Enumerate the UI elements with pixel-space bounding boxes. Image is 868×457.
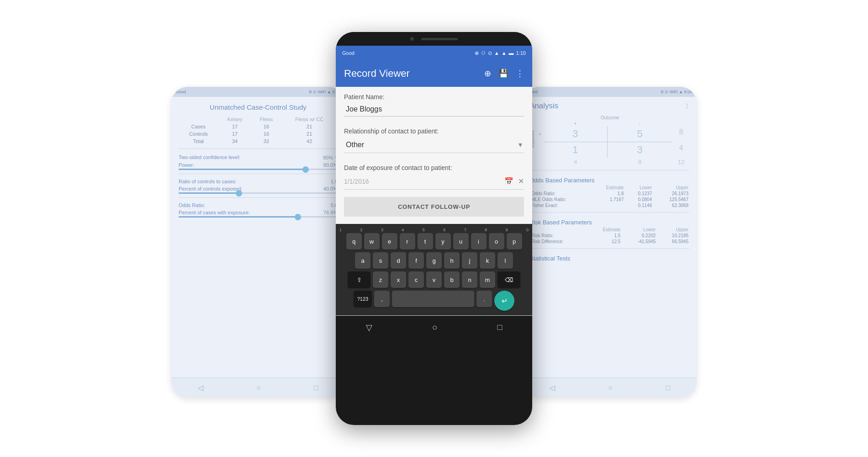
relationship-value: Other <box>346 141 364 149</box>
exposure-plus-label: + <box>539 132 541 137</box>
key-x[interactable]: x <box>391 271 406 288</box>
total-d: 8 <box>608 158 672 166</box>
save-icon[interactable]: 💾 <box>498 69 508 79</box>
patient-name-label: Patient Name: <box>336 87 532 102</box>
recents-btn[interactable]: □ <box>314 384 318 392</box>
center-status-bar: Good ⊕ ⚇ ⊙ ▲ ▲ ▬ 1:10 <box>336 46 532 60</box>
key-numbers[interactable]: ?123 <box>354 291 372 307</box>
key-y[interactable]: y <box>435 233 451 250</box>
calendar-icon[interactable]: 📅 <box>504 177 513 186</box>
key-h[interactable]: h <box>444 252 460 269</box>
key-r[interactable]: r <box>400 233 415 250</box>
plus-header: + <box>543 121 608 126</box>
center-back-btn[interactable]: ▽ <box>366 323 372 333</box>
gps-icon[interactable]: ⊕ <box>484 69 491 79</box>
cell-b: 5 <box>608 126 672 142</box>
bluetooth-icon: ⚇ <box>481 50 486 56</box>
left-phone: Good B ⊙ WiFi ▲ 5:44 Unmatched Case-Cont… <box>171 87 345 398</box>
key-s[interactable]: s <box>373 252 388 269</box>
center-home-btn[interactable]: ○ <box>432 322 438 333</box>
key-period[interactable]: . <box>476 291 492 307</box>
key-m[interactable]: m <box>480 271 495 288</box>
key-a[interactable]: a <box>355 252 370 269</box>
key-d[interactable]: d <box>391 252 406 269</box>
key-t[interactable]: t <box>418 233 433 250</box>
key-b[interactable]: b <box>444 271 460 288</box>
key-u[interactable]: u <box>453 233 469 250</box>
key-c[interactable]: c <box>408 271 424 288</box>
key-q[interactable]: q <box>346 233 362 250</box>
odds-ratio-label: Odds Ratio: <box>179 202 205 208</box>
odds-params-table: Estimate Lower Upper Odds Ratio: 1.8 0.1… <box>523 185 697 208</box>
key-shift[interactable]: ⇧ <box>348 271 370 288</box>
key-g[interactable]: g <box>426 252 442 269</box>
right-phone: Good B ⊙ WiFi ▲ 6:03 Analysis ⋮ Outcome … <box>523 87 697 398</box>
speaker <box>421 38 458 40</box>
dropdown-arrow-icon: ▾ <box>519 140 522 149</box>
key-space[interactable] <box>392 291 474 307</box>
left-app-title: Unmatched Case-Control Study <box>171 97 345 116</box>
date-input[interactable]: 1/1/2016 📅 ✕ <box>344 173 524 190</box>
front-camera <box>410 37 414 41</box>
key-p[interactable]: p <box>507 233 522 250</box>
power-slider[interactable] <box>179 169 338 170</box>
cell-d: 3 <box>608 142 672 158</box>
left-status-good: Good <box>176 90 186 94</box>
right-status-bar: Good B ⊙ WiFi ▲ 6:03 <box>523 87 697 97</box>
keyboard: 1 2 3 4 5 6 7 8 9 0 q w e r t y u i o <box>336 224 532 315</box>
ratio-label: Ratio of controls to cases: <box>179 179 237 184</box>
contingency-grid: Outcome + - Exposure + 3 5 8 1 3 <box>529 115 690 166</box>
center-recents-btn[interactable]: □ <box>498 323 503 332</box>
right-recents-btn[interactable]: □ <box>666 384 670 392</box>
key-k[interactable]: k <box>480 252 495 269</box>
controls-slider[interactable] <box>179 192 338 194</box>
right-status-right: B ⊙ WiFi ▲ 6:03 <box>661 90 692 94</box>
right-more-icon[interactable]: ⋮ <box>684 102 690 110</box>
center-app-title: Record Viewer <box>344 68 479 80</box>
cases-slider[interactable] <box>179 216 338 218</box>
center-app-icons: ⊕ 💾 ⋮ <box>484 69 524 79</box>
phone-top <box>336 32 532 46</box>
left-status-bar: Good B ⊙ WiFi ▲ 5:44 <box>171 87 345 97</box>
right-bottom-nav: ◁ ○ □ <box>523 377 697 398</box>
key-o[interactable]: o <box>489 233 504 250</box>
contact-follow-up-button[interactable]: CONTACT FOLLOW-UP <box>344 197 524 217</box>
more-icon[interactable]: ⋮ <box>516 69 524 79</box>
confidence-label: Two-sided confidence level: <box>179 154 240 160</box>
key-f[interactable]: f <box>408 252 424 269</box>
total-c: 4 <box>543 158 608 166</box>
patient-name-input[interactable]: Joe Bloggs <box>344 102 524 117</box>
clear-date-icon[interactable]: ✕ <box>518 177 524 186</box>
cell-c: 1 <box>543 142 608 158</box>
key-l[interactable]: l <box>498 252 513 269</box>
risk-section-title: Risk Based Parameters <box>523 216 697 227</box>
power-label: Power: <box>179 162 194 168</box>
battery-icon: ▬ <box>509 50 514 56</box>
center-status-right: ⊕ ⚇ ⊙ ▲ ▲ ▬ 1:10 <box>475 50 526 56</box>
odds-section-title: Odds Based Parameters <box>523 174 697 185</box>
pct-cases-label: Percent of cases with exposure: <box>179 210 250 215</box>
location-icon: ⊕ <box>475 50 479 56</box>
right-home-btn[interactable]: ○ <box>608 384 613 392</box>
key-v[interactable]: v <box>426 271 442 288</box>
key-j[interactable]: j <box>462 252 477 269</box>
center-phone: Good ⊕ ⚇ ⊙ ▲ ▲ ▬ 1:10 Record Viewer ⊕ 💾 … <box>336 32 532 425</box>
right-back-btn[interactable]: ◁ <box>550 383 555 392</box>
key-n[interactable]: n <box>462 271 477 288</box>
cell-cd: 4 <box>672 142 690 158</box>
key-comma[interactable]: , <box>374 291 390 307</box>
alarm-icon: ⊙ <box>488 50 492 56</box>
right-app-title: Analysis <box>529 101 558 111</box>
relationship-dropdown[interactable]: Other ▾ <box>344 137 524 153</box>
key-backspace[interactable]: ⌫ <box>498 271 520 288</box>
patient-name-value: Joe Bloggs <box>346 105 382 113</box>
key-e[interactable]: e <box>382 233 397 250</box>
time-display: 1:10 <box>516 50 526 56</box>
key-i[interactable]: i <box>471 233 487 250</box>
home-btn[interactable]: ○ <box>256 384 261 392</box>
key-enter[interactable]: ↵ <box>494 291 514 311</box>
key-z[interactable]: z <box>373 271 388 288</box>
back-btn[interactable]: ◁ <box>198 383 203 392</box>
date-label: Date of exposure of contact to patient: <box>336 158 532 173</box>
key-w[interactable]: w <box>364 233 380 250</box>
